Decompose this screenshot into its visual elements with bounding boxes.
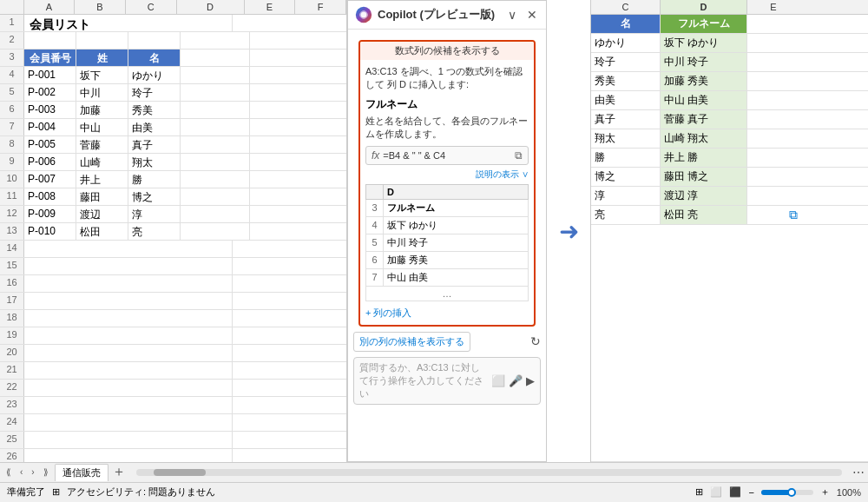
sheet-nav-right[interactable]: ›: [29, 466, 36, 478]
svg-point-1: [361, 12, 367, 18]
right-arrow-icon: ➜: [559, 217, 579, 246]
right-cell-e-1: [747, 34, 799, 52]
add-sheet-button[interactable]: ＋: [112, 463, 126, 481]
other-formula-button[interactable]: 別の列の候補を表示する: [353, 332, 470, 352]
cell-13c: 亮: [128, 223, 181, 240]
cell-10d: [181, 171, 250, 188]
right-data-row-1: ゆかり 坂下 ゆかり: [591, 34, 868, 53]
right-col-e-header: E: [747, 0, 799, 14]
right-data-row-10: 亮 松田 亮 ⧉: [591, 206, 868, 225]
chat-placeholder-text: 質問するか、A3:C13 に対して行う操作を入力してください: [359, 361, 488, 400]
zoom-out-icon[interactable]: −: [748, 487, 753, 498]
cell-2a: [24, 32, 76, 49]
right-cell-d-3: 加藤 秀美: [661, 72, 747, 90]
row-num-25: 25: [0, 432, 24, 448]
right-cell-d-9: 渡辺 淳: [661, 187, 747, 205]
right-cell-c-4: 由美: [591, 91, 661, 109]
status-right: ⊞ ⬜ ⬛ − ＋ 100%: [695, 485, 861, 499]
refresh-icon[interactable]: ↻: [530, 334, 541, 348]
screenshot-icon-button[interactable]: ⬜: [491, 374, 505, 387]
cell-12b: 渡辺: [76, 206, 128, 222]
view-page-break-icon[interactable]: ⬛: [729, 486, 741, 498]
copilot-title-text: Copilot (プレビュー版): [378, 7, 495, 23]
right-cell-c-1: ゆかり: [591, 34, 661, 52]
show-explain-link[interactable]: 説明の表示 ∨: [365, 168, 529, 181]
copilot-header: Copilot (プレビュー版) ∨ ✕: [348, 1, 546, 30]
sheet-row-8: 8 P-005 菅藤 真子: [0, 136, 346, 154]
sheet-row-24: 24: [0, 414, 346, 432]
right-data-row-3: 秀美 加藤 秀美: [591, 72, 868, 91]
view-normal-icon[interactable]: ⊞: [695, 486, 703, 498]
right-name-header: 名: [591, 15, 661, 33]
suggestion-title-bar: 数式列の候補を表示する: [360, 42, 534, 60]
copy-icon[interactable]: ⧉: [515, 149, 523, 162]
sheet-nav-left-left[interactable]: ⟪: [3, 466, 14, 478]
row-num-2: 2: [0, 32, 24, 49]
cell-13d: [181, 223, 250, 240]
row-num-24: 24: [0, 414, 24, 431]
sheet-row-23: 23: [0, 397, 346, 414]
formula-text: =B4 & " " & C4: [383, 150, 511, 161]
cell-11d: [181, 188, 250, 205]
collapse-button[interactable]: ∨: [506, 6, 518, 23]
status-bar: 準備完了 ⊞ アクセシビリティ: 問題ありません ⊞ ⬜ ⬛ − ＋ 100%: [0, 482, 868, 502]
col-header-f: F: [295, 0, 346, 14]
cell-5a: P-002: [24, 84, 76, 101]
cell-12c: 淳: [128, 206, 181, 222]
cell-4c: ゆかり: [128, 67, 181, 83]
right-fullname-header: フルネーム: [661, 15, 747, 33]
mic-icon-button[interactable]: 🎤: [509, 374, 523, 387]
right-cell-d-7: 井上 勝: [661, 149, 747, 167]
cell-12d: [181, 206, 250, 222]
cell-15: [24, 258, 233, 274]
cell-4a: P-001: [24, 67, 76, 83]
copilot-content: 数式列の候補を表示する A3:C13 を調べ、1 つの数式列を確認して 列 D …: [348, 30, 546, 461]
right-col-headers: C D E: [591, 0, 868, 15]
horizontal-scrollbar[interactable]: [136, 469, 842, 476]
row-num-19: 19: [0, 327, 24, 344]
close-button[interactable]: ✕: [525, 6, 539, 23]
sheet-row-7: 7 P-004 中山 由美: [0, 119, 346, 136]
spreadsheet-left: A B C D E F 1 会員リスト 2 3: [0, 0, 347, 462]
sheet-nav-right-right[interactable]: ⟫: [41, 466, 51, 478]
cell-6b: 加藤: [76, 102, 128, 118]
cell-8a: P-005: [24, 136, 76, 153]
sheet-row-19: 19: [0, 327, 346, 345]
formula-name: フルネーム: [365, 97, 529, 112]
cell-9b: 山崎: [76, 154, 128, 170]
right-data-row-2: 玲子 中川 玲子: [591, 53, 868, 72]
title-cell: 会員リスト: [24, 15, 233, 31]
ready-status: 準備完了: [7, 485, 45, 499]
sheet-nav-left[interactable]: ‹: [17, 466, 25, 478]
cell-7c: 由美: [128, 119, 181, 135]
row-num-23: 23: [0, 397, 24, 413]
cell-10a: P-007: [24, 171, 76, 188]
cell-22: [24, 380, 233, 396]
right-data-row-6: 翔太 山崎 翔太: [591, 129, 868, 149]
formula-bar: fx =B4 & " " & C4 ⧉: [365, 146, 529, 165]
sheet-row-5: 5 P-002 中川 玲子: [0, 84, 346, 102]
row-num-4: 4: [0, 67, 24, 83]
insert-col-button[interactable]: + 列の挿入: [365, 307, 411, 320]
right-cell-e-2: [747, 53, 799, 71]
scrollbar-thumb: [154, 469, 206, 476]
sheet-row-22: 22: [0, 380, 346, 397]
right-cell-c-9: 淳: [591, 187, 661, 205]
header-cell-d: [181, 50, 250, 66]
zoom-slider[interactable]: [761, 490, 813, 495]
zoom-in-icon[interactable]: ＋: [820, 485, 830, 499]
row-num-7: 7: [0, 119, 24, 135]
more-options-icon[interactable]: ⋯: [852, 466, 865, 479]
right-cell-c-10: 亮: [591, 206, 661, 224]
cell-4d: [181, 67, 250, 83]
send-icon-button[interactable]: ▶: [526, 374, 535, 387]
view-page-icon[interactable]: ⬜: [710, 486, 722, 498]
row-num-6: 6: [0, 102, 24, 118]
chat-input-area[interactable]: 質問するか、A3:C13 に対して行う操作を入力してください ⬜ 🎤 ▶: [353, 357, 541, 405]
cell-8b: 菅藤: [76, 136, 128, 153]
spreadsheet-right: C D E 名 フルネーム ゆかり 坂下 ゆかり 玲子 中川 玲子: [590, 0, 868, 462]
row-num-10: 10: [0, 171, 24, 188]
sheet-tab-tsushinhanba[interactable]: 通信販売: [55, 464, 108, 481]
preview-col-num-header: [366, 184, 384, 199]
preview-rownum-6: 6: [366, 251, 384, 268]
